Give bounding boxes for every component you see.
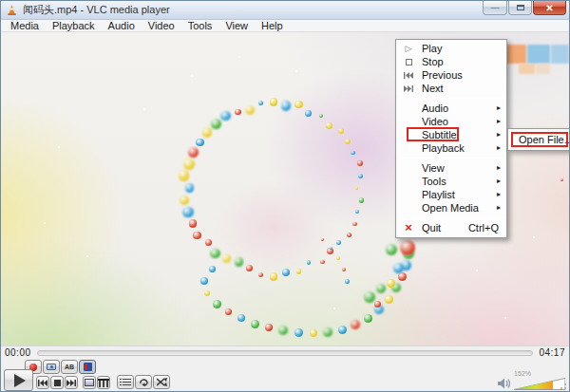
submenu-arrow-icon: ▸ (497, 115, 501, 128)
submenu-item-open-file[interactable]: Open File... (508, 129, 569, 150)
stop-icon (402, 55, 415, 68)
menu-bar: Media Playback Audio Video Tools View He… (1, 20, 569, 32)
volume-slider[interactable] (514, 378, 565, 390)
close-button[interactable]: ✕ (533, 1, 566, 15)
video-sparkle (191, 75, 193, 77)
context-menu-item-next[interactable]: Next (396, 82, 506, 95)
video-ball (282, 269, 290, 276)
video-ball (210, 249, 219, 258)
context-menu-item-open-media[interactable]: Open Media ▸ (396, 201, 506, 215)
video-ball (265, 324, 273, 331)
next-icon (402, 82, 415, 95)
snapshot-icon (47, 364, 56, 370)
context-menu-item-previous[interactable]: Previous (396, 68, 506, 82)
loop-ab-button[interactable]: AB (61, 360, 78, 374)
video-ball (258, 101, 263, 105)
video-ball (246, 265, 253, 271)
subtitle-submenu: Open File... (507, 128, 570, 151)
video-ball (251, 320, 259, 328)
context-menu-item-subtitle[interactable]: Subtitle ▸ (396, 128, 506, 141)
context-menu-item-play[interactable]: ▷ Play (396, 42, 506, 55)
video-ball (222, 254, 231, 263)
menubar-item-playback[interactable]: Playback (46, 20, 102, 31)
next-button[interactable] (65, 376, 78, 389)
vlc-window: 闻码头.mp4 - VLC media player — ✕ Media Pla… (0, 0, 570, 392)
playlist-button[interactable] (117, 375, 134, 389)
frame-by-frame-button[interactable] (79, 360, 96, 374)
video-ball (338, 326, 347, 334)
menu-item-label: View (422, 162, 445, 174)
video-ball (385, 295, 393, 304)
video-color-block (551, 45, 569, 64)
video-ball (345, 139, 351, 144)
video-ball (352, 222, 356, 226)
menu-item-label: Tools (422, 176, 446, 187)
video-ball (357, 160, 363, 166)
menubar-item-view[interactable]: View (218, 20, 255, 31)
menu-item-label: Audio (422, 103, 448, 114)
menubar-item-tools[interactable]: Tools (181, 20, 219, 31)
context-menu: ▷ Play Stop Previous Next Audio ▸ Video … (395, 39, 507, 238)
video-ball (296, 269, 301, 273)
elapsed-time: 00:00 (5, 347, 31, 358)
mute-toggle[interactable] (498, 378, 512, 389)
video-sparkle (333, 308, 335, 309)
fullscreen-button[interactable] (83, 376, 96, 389)
menubar-item-media[interactable]: Media (4, 20, 46, 31)
menu-item-label: Open Media (422, 202, 479, 214)
context-menu-item-quit[interactable]: × Quit Ctrl+Q (396, 221, 506, 234)
previous-button[interactable] (36, 376, 49, 389)
video-ball (238, 314, 245, 322)
stop-button[interactable] (50, 376, 64, 389)
video-ball (270, 272, 277, 280)
menubar-item-video[interactable]: Video (142, 20, 181, 31)
video-ball (393, 263, 404, 273)
menu-item-label: Previous (422, 69, 463, 81)
equalizer-icon (99, 379, 108, 387)
video-ball (258, 272, 263, 277)
video-ball (359, 197, 364, 202)
video-ball (245, 105, 255, 115)
context-menu-item-tools[interactable]: Tools ▸ (396, 175, 506, 188)
maximize-button[interactable] (508, 1, 532, 15)
video-sparkle (295, 70, 297, 72)
menu-item-label: Next (422, 83, 444, 94)
video-ball (183, 159, 195, 170)
submenu-arrow-icon: ▸ (497, 188, 501, 201)
context-menu-item-view[interactable]: View ▸ (396, 161, 506, 175)
video-ball (336, 240, 341, 245)
window-title: 闻码头.mp4 - VLC media player (23, 3, 170, 17)
menubar-item-audio[interactable]: Audio (102, 20, 142, 31)
menu-item-label: Open File... (519, 134, 570, 145)
context-menu-item-audio[interactable]: Audio ▸ (396, 102, 506, 115)
submenu-arrow-icon: ▸ (497, 161, 501, 175)
video-sparkle (476, 270, 478, 271)
menubar-item-help[interactable]: Help (255, 20, 290, 31)
video-ball (364, 314, 372, 323)
video-ball (336, 256, 340, 260)
minimize-button[interactable]: — (483, 1, 507, 15)
loop-button[interactable] (135, 375, 152, 389)
video-ball (213, 300, 221, 308)
menu-separator (398, 98, 504, 99)
seek-slider[interactable] (37, 350, 534, 356)
snapshot-button[interactable] (43, 360, 60, 374)
loop-ab-icon: AB (65, 364, 74, 370)
video-ball (278, 326, 288, 335)
extended-settings-button[interactable] (97, 376, 110, 389)
shuffle-button[interactable] (153, 375, 170, 389)
resize-grip[interactable] (560, 383, 567, 390)
video-ball (202, 127, 213, 138)
video-ball (196, 139, 203, 146)
context-menu-item-stop[interactable]: Stop (396, 55, 506, 68)
context-menu-item-playback[interactable]: Playback ▸ (396, 141, 506, 155)
context-menu-item-video[interactable]: Video ▸ (396, 115, 506, 128)
video-ball (351, 320, 360, 329)
video-sparkle (238, 56, 240, 58)
menu-item-label: Stop (422, 56, 444, 67)
video-sparkle (143, 108, 145, 110)
menu-item-label: Subtitle (422, 129, 457, 140)
video-ball (400, 240, 415, 255)
play-button[interactable] (4, 369, 33, 391)
context-menu-item-playlist[interactable]: Playlist ▸ (396, 188, 506, 201)
